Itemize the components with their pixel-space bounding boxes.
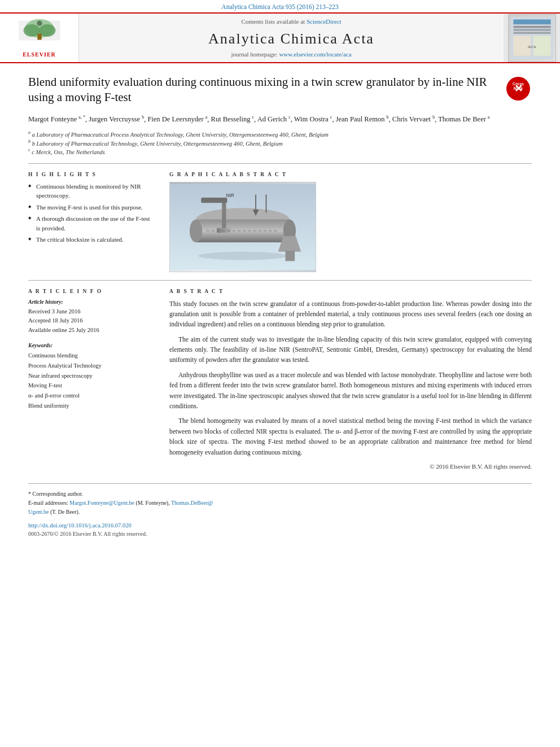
journal-thumbnail-section: ACA bbox=[504, 14, 560, 62]
list-item: Continuous blending is monitored by NIR … bbox=[28, 182, 152, 200]
keyword-1: Continuous blending bbox=[28, 351, 152, 361]
affiliation-c: c c Merck, Oss, The Netherlands bbox=[28, 147, 532, 155]
citation-bar: Analytica Chimica Acta 935 (2016) 213–22… bbox=[0, 0, 560, 12]
journal-info-center: Contents lists available at ScienceDirec… bbox=[79, 14, 504, 62]
keyword-6: Blend uniformity bbox=[28, 401, 152, 411]
graphical-abstract-image: NIR bbox=[169, 182, 316, 272]
graphical-abstract-label: G R A P H I C A L A B S T R A C T bbox=[169, 172, 532, 177]
svg-text:Mark: Mark bbox=[514, 86, 523, 90]
authors-line: Margot Fonteyne a, *, Jurgen Vercruysse … bbox=[28, 113, 532, 125]
available-date: Available online 25 July 2016 bbox=[28, 326, 152, 335]
elsevier-tree-icon bbox=[11, 18, 68, 49]
history-title: Article history: bbox=[28, 299, 152, 305]
email1-name: (M. Fonteyne), bbox=[135, 500, 169, 506]
divider-1 bbox=[28, 163, 532, 164]
homepage-line: journal homepage: www.elsevier.com/locat… bbox=[231, 51, 351, 58]
svg-rect-9 bbox=[513, 29, 550, 31]
contents-available-line: Contents lists available at ScienceDirec… bbox=[241, 18, 341, 25]
affiliation-b: b b Laboratory of Pharmaceutical Technol… bbox=[28, 139, 532, 147]
svg-text:ACA: ACA bbox=[527, 44, 536, 49]
article-info-section: A R T I C L E I N F O Article history: R… bbox=[28, 289, 532, 472]
corresponding-author-note: * Corresponding author. bbox=[28, 490, 532, 499]
crossmark-badge: ✕ Cross Mark bbox=[506, 77, 532, 102]
svg-point-5 bbox=[37, 21, 42, 26]
svg-text:Cross: Cross bbox=[513, 82, 524, 86]
abstract-para-4: The blend homogeneity was evaluated by m… bbox=[169, 416, 532, 457]
keyword-5: α- and β-error control bbox=[28, 391, 152, 401]
svg-rect-25 bbox=[222, 199, 226, 230]
doi-link[interactable]: http://dx.doi.org/10.1016/j.aca.2016.07.… bbox=[28, 522, 132, 528]
accepted-date: Accepted 18 July 2016 bbox=[28, 316, 152, 326]
citation-text: Analytica Chimica Acta 935 (2016) 213–22… bbox=[221, 3, 338, 10]
svg-rect-26 bbox=[201, 197, 227, 202]
highlights-label: H I G H L I G H T S bbox=[28, 172, 152, 177]
svg-point-32 bbox=[199, 251, 287, 260]
email2-name: (T. De Beer). bbox=[50, 509, 80, 515]
abstract-label: A B S T R A C T bbox=[169, 289, 532, 294]
keyword-4: Moving F-test bbox=[28, 381, 152, 391]
article-info-column: A R T I C L E I N F O Article history: R… bbox=[28, 289, 152, 472]
journal-header: ELSEVIER Contents lists available at Sci… bbox=[0, 12, 560, 63]
svg-text:NIR: NIR bbox=[226, 193, 234, 198]
abstract-para-1: This study focuses on the twin screw gra… bbox=[169, 299, 532, 330]
article-history: Article history: Received 3 June 2016 Ac… bbox=[28, 299, 152, 335]
affiliation-a: a a Laboratory of Pharmaceutical Process… bbox=[28, 130, 532, 138]
list-item: A thorough discussion on the use of the … bbox=[28, 214, 152, 233]
elsevier-logo-section: ELSEVIER bbox=[0, 14, 79, 62]
article-title-section: Blend uniformity evaluation during conti… bbox=[28, 75, 532, 106]
abstract-para-2: The aim of the current study was to inve… bbox=[169, 334, 532, 365]
highlights-list: Continuous blending is monitored by NIR … bbox=[28, 182, 152, 244]
keywords-section: Keywords: Continuous blending Process An… bbox=[28, 342, 152, 411]
abstract-column: A B S T R A C T This study focuses on th… bbox=[169, 289, 532, 472]
keyword-3: Near infrared spectroscopy bbox=[28, 371, 152, 381]
email-line: E-mail addresses: Margot.Fonteyne@Ugent.… bbox=[28, 499, 532, 517]
journal-title: Analytica Chimica Acta bbox=[208, 30, 374, 47]
keywords-title: Keywords: bbox=[28, 342, 152, 348]
highlights-graphical-section: H I G H L I G H T S Continuous blending … bbox=[28, 172, 532, 272]
graphical-abstract-column: G R A P H I C A L A B S T R A C T bbox=[169, 172, 532, 272]
doi-line: http://dx.doi.org/10.1016/j.aca.2016.07.… bbox=[28, 522, 532, 528]
svg-point-21 bbox=[190, 219, 202, 242]
svg-rect-7 bbox=[513, 19, 550, 24]
granulator-illustration: NIR bbox=[170, 182, 316, 272]
divider-2 bbox=[28, 280, 532, 281]
list-item: The moving F-test is used for this purpo… bbox=[28, 203, 152, 212]
crossmark-icon: ✕ Cross Mark bbox=[506, 77, 530, 101]
svg-rect-10 bbox=[513, 32, 550, 34]
svg-rect-27 bbox=[217, 228, 231, 233]
journal-thumb-icon: ACA bbox=[511, 17, 553, 59]
list-item: The critical blocksize is calculated. bbox=[28, 235, 152, 244]
email1-link[interactable]: Margot.Fonteyne@Ugent.be bbox=[69, 500, 134, 506]
corresponding-note: * Corresponding author. bbox=[28, 491, 83, 497]
email-label: E-mail addresses: bbox=[28, 500, 68, 506]
article-info-label: A R T I C L E I N F O bbox=[28, 289, 152, 294]
homepage-link[interactable]: www.elsevier.com/locate/aca bbox=[279, 51, 351, 58]
abstract-copyright: © 2016 Elsevier B.V. All rights reserved… bbox=[169, 462, 532, 472]
abstract-para-3: Anhydrous theophylline was used as a tra… bbox=[169, 370, 532, 412]
abstract-text: This study focuses on the twin screw gra… bbox=[169, 299, 532, 472]
main-content: Blend uniformity evaluation during conti… bbox=[0, 63, 560, 548]
footer-section: * Corresponding author. E-mail addresses… bbox=[28, 483, 532, 537]
svg-rect-4 bbox=[37, 34, 41, 40]
elsevier-label: ELSEVIER bbox=[23, 51, 56, 58]
keyword-2: Process Analytical Technology bbox=[28, 361, 152, 371]
received-date: Received 3 June 2016 bbox=[28, 307, 152, 317]
article-title: Blend uniformity evaluation during conti… bbox=[28, 75, 500, 106]
svg-rect-8 bbox=[513, 25, 550, 28]
journal-thumbnail: ACA bbox=[508, 14, 556, 62]
highlights-column: H I G H L I G H T S Continuous blending … bbox=[28, 172, 152, 272]
issn-line: 0003-2670/© 2016 Elsevier B.V. All right… bbox=[28, 531, 532, 537]
sciencedirect-link[interactable]: ScienceDirect bbox=[307, 18, 342, 25]
